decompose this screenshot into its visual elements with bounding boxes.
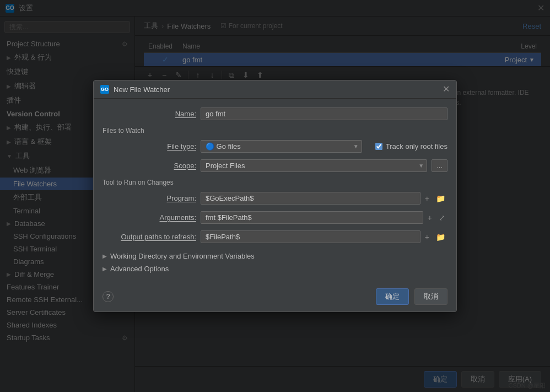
- collapsible-arrow-icon: ▶: [103, 253, 107, 259]
- dialog-footer: ? 确定 取消: [94, 284, 456, 312]
- tool-section-title: Tool to Run on Changes: [103, 179, 447, 186]
- output-paths-label: Output paths to refresh:: [103, 233, 196, 241]
- arguments-expand-button[interactable]: ⤢: [436, 212, 447, 223]
- arguments-label: Arguments:: [103, 213, 196, 222]
- name-input[interactable]: [201, 108, 447, 120]
- file-type-select-wrap: 🔵 Go files ▼: [201, 140, 362, 153]
- advanced-label: Advanced Options: [110, 265, 169, 273]
- output-paths-row: Output paths to refresh: + 📁: [103, 230, 447, 243]
- dialog-close-button[interactable]: ✕: [443, 85, 450, 94]
- dialog-logo: GO: [100, 85, 109, 94]
- advanced-arrow-icon: ▶: [103, 266, 107, 272]
- file-type-row: File type: 🔵 Go files ▼ Track only root …: [103, 140, 447, 153]
- arguments-input[interactable]: [201, 211, 423, 224]
- dialog-title: New File Watcher: [114, 85, 170, 94]
- scope-select-area: Project Files ▼ ...: [201, 159, 447, 172]
- file-type-label: File type:: [103, 142, 196, 151]
- track-only-root-row: Track only root files: [375, 142, 447, 151]
- program-input-area: + 📁: [201, 192, 447, 205]
- dialog-ok-button[interactable]: 确定: [376, 288, 409, 305]
- output-paths-input-area: + 📁: [201, 230, 447, 243]
- working-dir-label: Working Directory and Environment Variab…: [110, 252, 255, 260]
- name-label: Name:: [103, 110, 196, 118]
- output-folder-button[interactable]: 📁: [434, 232, 447, 243]
- track-only-root-label: Track only root files: [386, 142, 447, 151]
- working-dir-collapsible[interactable]: ▶ Working Directory and Environment Vari…: [103, 250, 447, 262]
- output-add-button[interactable]: +: [423, 232, 432, 243]
- scope-select-wrap: Project Files ▼: [201, 159, 427, 172]
- program-row: Program: + 📁: [103, 192, 447, 205]
- advanced-options-collapsible[interactable]: ▶ Advanced Options: [103, 262, 447, 275]
- name-row: Name:: [103, 108, 447, 120]
- help-button[interactable]: ?: [103, 291, 114, 302]
- dialog-body: Name: Files to Watch File type: 🔵 Go fil…: [94, 99, 456, 284]
- dialog-cancel-button[interactable]: 取消: [414, 288, 447, 305]
- program-label: Program:: [103, 194, 196, 202]
- new-file-watcher-dialog: GO New File Watcher ✕ Name: Files to Wat…: [93, 80, 457, 312]
- scope-ellipsis-button[interactable]: ...: [432, 159, 447, 172]
- track-only-root-checkbox[interactable]: [375, 143, 382, 150]
- scope-row: Scope: Project Files ▼ ...: [103, 159, 447, 172]
- program-add-button[interactable]: +: [423, 193, 432, 204]
- files-to-watch-section: Files to Watch: [103, 127, 447, 135]
- arguments-add-button[interactable]: +: [425, 212, 434, 223]
- output-paths-input[interactable]: [201, 230, 420, 243]
- scope-label: Scope:: [103, 162, 196, 170]
- scope-select[interactable]: Project Files: [201, 159, 427, 172]
- file-type-select[interactable]: 🔵 Go files: [201, 140, 362, 153]
- arguments-row: Arguments: + ⤢: [103, 211, 447, 224]
- program-input[interactable]: [201, 192, 420, 205]
- arguments-input-area: + ⤢: [201, 211, 447, 224]
- dialog-titlebar: GO New File Watcher ✕: [94, 80, 456, 99]
- modal-overlay: GO New File Watcher ✕ Name: Files to Wat…: [0, 0, 550, 392]
- program-folder-button[interactable]: 📁: [434, 193, 447, 204]
